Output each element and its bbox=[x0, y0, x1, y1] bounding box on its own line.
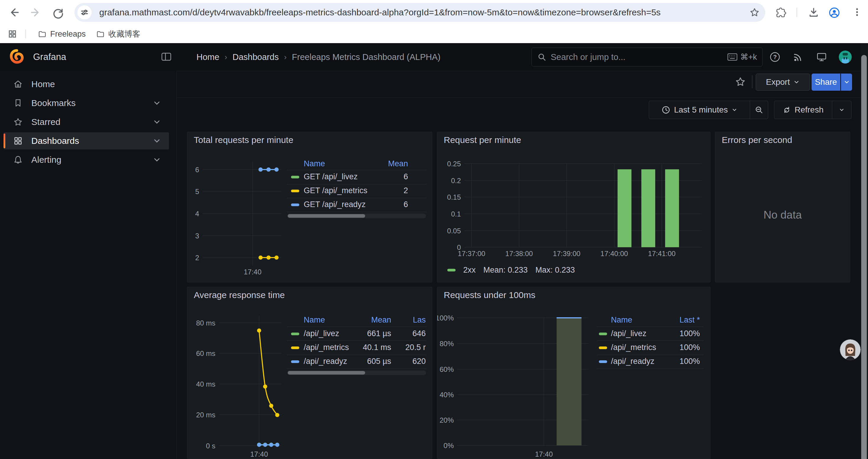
legend-series-name[interactable]: GET /api/_livez bbox=[304, 172, 358, 182]
browser-menu-icon[interactable] bbox=[852, 7, 862, 17]
svg-text:80 ms: 80 ms bbox=[196, 319, 215, 327]
legend-series-marker[interactable] bbox=[599, 360, 607, 363]
refresh-controls: Refresh bbox=[774, 101, 851, 119]
legend-series-name[interactable]: /api/_readyz bbox=[611, 357, 654, 366]
bar-chart[interactable]: 100%80%60%40%20%0%17:40 bbox=[437, 287, 711, 459]
news-rss-icon[interactable] bbox=[793, 52, 804, 63]
legend-series-name[interactable]: 2xx bbox=[463, 266, 476, 275]
bookmark-label: Freeleaps bbox=[50, 30, 86, 39]
sidebar-item-bookmarks[interactable]: Bookmarks bbox=[4, 95, 169, 112]
legend-series-marker[interactable] bbox=[599, 333, 607, 335]
svg-text:17:40: 17:40 bbox=[244, 268, 261, 276]
profile-icon[interactable] bbox=[829, 7, 840, 18]
legend-series-marker[interactable] bbox=[291, 360, 299, 363]
zoom-out-icon bbox=[754, 105, 764, 114]
legend-series-marker[interactable] bbox=[291, 176, 299, 178]
legend-series-marker[interactable] bbox=[599, 347, 607, 349]
svg-text:6: 6 bbox=[195, 166, 199, 174]
bookmark-folder-freeleaps[interactable]: Freeleaps bbox=[38, 25, 86, 43]
sidebar-item-label: Home bbox=[31, 79, 169, 89]
assistant-avatar[interactable] bbox=[840, 339, 861, 360]
share-button[interactable]: Share bbox=[812, 73, 840, 91]
legend-series-name[interactable]: /api/_livez bbox=[304, 329, 339, 338]
bar-chart[interactable]: 0.250.20.150.10.05017:37:0017:38:0017:39… bbox=[437, 132, 711, 283]
breadcrumb-dashboards[interactable]: Dashboards bbox=[232, 52, 279, 62]
legend-series-name[interactable]: GET /api/_metrics bbox=[304, 186, 368, 195]
home-icon bbox=[13, 79, 23, 89]
sidebar-item-alerting[interactable]: Alerting bbox=[4, 151, 169, 168]
svg-text:5: 5 bbox=[195, 188, 199, 196]
chevron-down-icon bbox=[152, 99, 161, 107]
svg-text:60%: 60% bbox=[440, 365, 454, 373]
clock-icon bbox=[661, 105, 670, 114]
svg-text:4: 4 bbox=[195, 210, 199, 218]
legend-series-marker[interactable] bbox=[291, 190, 299, 192]
panel-legend[interactable]: 2xxMean: 0.233Max: 0.233 bbox=[447, 266, 575, 275]
reload-icon[interactable] bbox=[52, 6, 64, 19]
svg-text:17:40: 17:40 bbox=[250, 450, 268, 458]
help-icon[interactable]: ? bbox=[769, 52, 780, 63]
legend-series-name[interactable]: /api/_livez bbox=[611, 329, 646, 338]
favorite-star-icon[interactable] bbox=[735, 76, 746, 88]
downloads-icon[interactable] bbox=[808, 7, 819, 18]
legend-series-marker[interactable] bbox=[291, 333, 299, 335]
bookmark-folder-blogs[interactable]: 收藏博客 bbox=[96, 25, 140, 43]
svg-text:?: ? bbox=[773, 54, 777, 60]
apps-grid-icon[interactable] bbox=[8, 29, 17, 39]
site-info-icon[interactable] bbox=[78, 5, 92, 20]
breadcrumb-separator: › bbox=[224, 53, 227, 62]
svg-text:40 ms: 40 ms bbox=[196, 380, 215, 388]
sidebar-item-dashboards[interactable]: Dashboards bbox=[4, 132, 169, 150]
grafana-topbar: Grafana Home › Dashboards › Freeleaps Me… bbox=[0, 43, 868, 71]
refresh-button[interactable]: Refresh bbox=[774, 101, 832, 119]
url-text[interactable]: grafana.mathmast.com/d/deytv4rwavabkb/fr… bbox=[99, 3, 737, 22]
subheader-divider bbox=[752, 75, 752, 88]
legend-series-name[interactable]: /api/_readyz bbox=[304, 357, 347, 366]
panel-total-requests-per-minute: Total requests per minute 6543217:40 Nam… bbox=[187, 132, 432, 282]
legend-series-marker[interactable] bbox=[291, 203, 299, 206]
svg-text:17:38:00: 17:38:00 bbox=[505, 250, 533, 258]
refresh-interval-button[interactable] bbox=[832, 101, 851, 119]
svg-text:0.05: 0.05 bbox=[447, 227, 461, 235]
sidebar: HomeBookmarksStarredDashboardsAlerting bbox=[0, 71, 177, 459]
bookmark-star-icon[interactable] bbox=[749, 7, 760, 18]
share-menu-button[interactable] bbox=[841, 73, 852, 91]
legend-series-name[interactable]: /api/_metrics bbox=[611, 343, 656, 352]
legend-stat: Mean: 0.233 bbox=[483, 266, 528, 275]
user-avatar[interactable] bbox=[839, 51, 852, 64]
time-range-picker[interactable]: Last 5 minutes bbox=[649, 101, 750, 119]
legend-series-name[interactable]: /api/_metrics bbox=[304, 343, 349, 352]
export-button[interactable]: Export bbox=[756, 73, 810, 91]
sidebar-item-starred[interactable]: Starred bbox=[4, 113, 169, 131]
sidebar-item-label: Bookmarks bbox=[31, 98, 152, 108]
dock-menu-icon[interactable] bbox=[161, 52, 172, 61]
extensions-icon[interactable] bbox=[776, 7, 786, 18]
legend-scrollbar-thumb[interactable] bbox=[288, 371, 365, 374]
bookmark-icon bbox=[13, 98, 23, 108]
sidebar-item-label: Starred bbox=[31, 117, 152, 127]
legend-scrollbar-thumb[interactable] bbox=[288, 214, 365, 218]
legend-series-marker[interactable] bbox=[291, 347, 299, 349]
kiosk-monitor-icon[interactable] bbox=[816, 52, 827, 63]
sidebar-item-home[interactable]: Home bbox=[4, 76, 169, 93]
breadcrumb-home[interactable]: Home bbox=[196, 52, 219, 62]
brand-title: Grafana bbox=[33, 43, 66, 71]
grafana-logo[interactable] bbox=[9, 49, 25, 65]
panel-errors-per-second: Errors per second No data bbox=[715, 132, 850, 282]
forward-icon[interactable] bbox=[30, 6, 42, 19]
svg-text:100%: 100% bbox=[437, 314, 454, 322]
breadcrumb-separator: › bbox=[284, 53, 286, 62]
panel-title[interactable]: Errors per second bbox=[722, 135, 792, 145]
chevron-down-icon bbox=[793, 79, 800, 85]
back-icon[interactable] bbox=[8, 6, 20, 19]
address-bar[interactable]: grafana.mathmast.com/d/deytv4rwavabkb/fr… bbox=[74, 3, 765, 22]
legend-series-name[interactable]: GET /api/_readyz bbox=[304, 200, 366, 209]
chevron-down-icon bbox=[839, 107, 845, 113]
search-input[interactable]: Search or jump to... ⌘+k bbox=[531, 47, 763, 66]
scrollbar-thumb[interactable] bbox=[861, 55, 867, 459]
panel-request-per-minute: Request per minute 0.250.20.150.10.05017… bbox=[437, 132, 711, 282]
zoom-out-button[interactable] bbox=[750, 101, 768, 119]
search-icon bbox=[537, 52, 547, 62]
legend-series-marker[interactable] bbox=[447, 269, 456, 271]
sidebar-item-label: Alerting bbox=[31, 155, 152, 165]
